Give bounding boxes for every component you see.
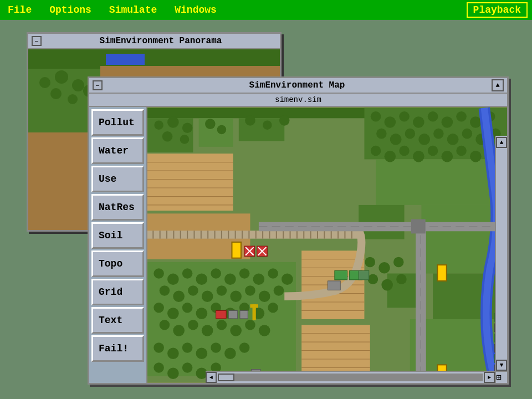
- svg-point-142: [393, 257, 404, 268]
- svg-point-113: [182, 303, 193, 313]
- svg-point-109: [259, 290, 270, 302]
- resize-corner[interactable]: ⊞: [495, 371, 507, 383]
- map-titlebar: — SimEnvironment Map ▲: [89, 78, 507, 94]
- svg-point-129: [167, 347, 179, 359]
- svg-point-108: [245, 285, 255, 296]
- svg-point-121: [173, 325, 185, 336]
- svg-point-96: [211, 268, 221, 279]
- menu-simulate[interactable]: Simulate: [106, 3, 160, 17]
- svg-point-136: [167, 367, 179, 379]
- svg-point-104: [188, 285, 198, 296]
- map-control-box[interactable]: —: [93, 80, 103, 90]
- scroll-right-button[interactable]: ►: [484, 372, 495, 383]
- svg-point-99: [253, 274, 265, 285]
- menu-file[interactable]: File: [4, 3, 35, 17]
- svg-point-7: [39, 77, 50, 88]
- btn-fail[interactable]: Fail!: [91, 335, 144, 362]
- svg-point-43: [371, 111, 381, 122]
- svg-point-106: [217, 285, 227, 296]
- svg-rect-201: [228, 310, 237, 318]
- map-title: SimEnvironment Map: [106, 80, 488, 90]
- svg-point-95: [196, 274, 208, 285]
- svg-point-10: [50, 88, 62, 99]
- svg-point-120: [160, 320, 170, 330]
- btn-topo[interactable]: Topo: [91, 250, 144, 277]
- btn-natres[interactable]: NatRes: [91, 194, 144, 221]
- panorama-control-box[interactable]: —: [32, 36, 42, 46]
- svg-point-36: [162, 131, 173, 142]
- svg-point-105: [202, 290, 213, 302]
- svg-point-54: [405, 129, 416, 139]
- scrollbar-thumb[interactable]: [218, 374, 234, 381]
- panorama-title: SimEnvironment Panorama: [45, 36, 277, 46]
- svg-point-40: [245, 115, 255, 126]
- menu-windows[interactable]: Windows: [171, 3, 220, 17]
- svg-point-39: [217, 125, 226, 134]
- svg-point-34: [167, 116, 179, 128]
- btn-water[interactable]: Water: [91, 137, 144, 164]
- svg-point-35: [182, 123, 193, 134]
- svg-rect-181: [232, 242, 241, 258]
- btn-pollut[interactable]: Pollut: [91, 109, 144, 136]
- svg-point-47: [428, 111, 438, 122]
- panorama-titlebar: — SimEnvironment Panorama: [28, 34, 280, 49]
- svg-point-101: [282, 274, 293, 285]
- svg-point-67: [456, 146, 467, 156]
- svg-rect-1: [28, 49, 280, 69]
- map-body: PollutWaterUseNatResSoilTopoGridTextFail…: [89, 107, 507, 383]
- scroll-left-button[interactable]: ◄: [206, 372, 217, 383]
- svg-point-42: [279, 115, 290, 126]
- svg-point-61: [371, 146, 381, 156]
- menu-options[interactable]: Options: [46, 3, 95, 17]
- svg-point-103: [173, 290, 185, 302]
- svg-point-119: [268, 303, 278, 313]
- svg-point-45: [399, 111, 410, 122]
- svg-point-144: [381, 279, 393, 291]
- svg-point-111: [154, 303, 164, 313]
- map-content[interactable]: ▲ ▼ ◄ ► ⊞: [147, 107, 507, 383]
- svg-point-112: [167, 308, 179, 319]
- svg-point-127: [259, 325, 270, 336]
- menu-playback[interactable]: Playback: [467, 2, 528, 18]
- svg-rect-28: [359, 205, 404, 239]
- svg-point-145: [396, 274, 407, 285]
- svg-point-130: [182, 342, 193, 353]
- map-scroll-up-arrow[interactable]: ▲: [492, 79, 504, 91]
- svg-point-46: [413, 116, 424, 128]
- svg-point-128: [154, 342, 164, 353]
- scroll-down-button[interactable]: ▼: [496, 360, 507, 371]
- svg-point-41: [263, 120, 272, 129]
- svg-point-37: [180, 135, 189, 144]
- menu-bar: File Options Simulate Windows Playback: [0, 0, 532, 20]
- svg-rect-202: [240, 310, 248, 318]
- svg-point-140: [365, 257, 375, 268]
- map-scrollbar-bottom: ◄ ►: [206, 371, 495, 383]
- svg-point-44: [385, 116, 396, 128]
- svg-point-48: [442, 116, 453, 128]
- svg-point-131: [196, 347, 208, 359]
- scroll-up-button[interactable]: ▲: [496, 137, 507, 148]
- svg-point-100: [268, 268, 278, 279]
- btn-text[interactable]: Text: [91, 307, 144, 334]
- svg-point-122: [188, 320, 198, 330]
- svg-point-98: [239, 268, 250, 279]
- svg-point-8: [55, 70, 68, 84]
- svg-rect-24: [199, 118, 233, 147]
- svg-point-124: [217, 320, 227, 330]
- btn-grid[interactable]: Grid: [91, 279, 144, 305]
- svg-point-114: [196, 308, 208, 319]
- scrollbar-track[interactable]: [218, 374, 483, 381]
- svg-point-110: [274, 285, 284, 296]
- svg-point-9: [72, 79, 84, 91]
- svg-point-53: [390, 134, 402, 145]
- svg-point-143: [368, 274, 378, 285]
- btn-use[interactable]: Use: [91, 166, 144, 192]
- map-filename: simenv.sim: [275, 95, 321, 104]
- svg-rect-2: [106, 54, 145, 65]
- svg-point-33: [154, 120, 163, 129]
- svg-point-93: [167, 274, 179, 285]
- btn-soil[interactable]: Soil: [91, 222, 144, 249]
- svg-rect-192: [359, 270, 369, 279]
- svg-point-58: [462, 129, 473, 139]
- svg-rect-4: [28, 132, 89, 230]
